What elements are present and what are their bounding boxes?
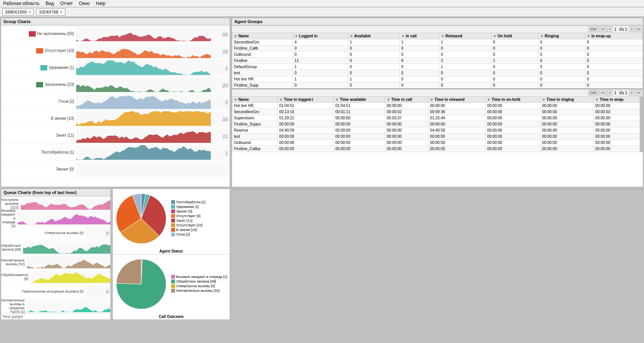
new-gadget-label: New gadget [1, 313, 110, 320]
toolbar: 1680X1050 ✕ 1024X768 ✕ [0, 7, 644, 17]
svg-marker-1 [76, 49, 211, 58]
next-button-ag2[interactable]: > [629, 90, 634, 95]
agent-group-row: Firstline_Callb0000000 [232, 45, 643, 52]
call-outcome-title: Call Outcome [113, 314, 230, 320]
agent-time-row: Reserve04:40:5900:00:0000:00:0004:40:590… [232, 127, 643, 134]
group-chart-row: Звонит [0] [1, 161, 230, 178]
queue-chart-row: Неотвеченные вызовы в пределах TQOS [1] … [1, 299, 110, 313]
call-outcome-pie [114, 257, 168, 311]
svg-marker-10 [23, 241, 111, 254]
svg-marker-8 [21, 200, 111, 209]
next-next-button-ag2[interactable]: >> [635, 90, 642, 95]
csv-button-ag1[interactable]: CSV [588, 27, 599, 32]
menu-workspace[interactable]: Рабочая область [3, 1, 40, 6]
group-chart-row: Готов [2] 2 [1, 93, 230, 110]
queue-charts-rows: Поступило вызовов [122] 122 Вызовов ожид… [1, 196, 110, 313]
agent-status-pie [114, 192, 168, 246]
queue-chart-row: Обработано звонков [98] 98 [1, 240, 110, 255]
svg-marker-11 [27, 259, 111, 268]
group-charts-header: Group Charts [1, 18, 230, 25]
csv-button-ag2[interactable]: CSV [588, 90, 599, 95]
menu-window[interactable]: Окно [79, 1, 90, 6]
next-next-button-ag1[interactable]: >> [635, 27, 642, 32]
menu-bar: Рабочая область Вид Отчет Окно Help [0, 0, 644, 7]
svg-marker-9 [18, 214, 111, 224]
resolution-tag-2: 1024X768 ✕ [36, 8, 65, 15]
queue-charts-header: Queue Charts (from top of last hour) [1, 189, 110, 196]
agent-time-row: SecondlineGro00:13:1600:01:1100:00:0200:… [232, 109, 643, 115]
agent-status-legend: Постобработка [1]Удержание [1]Звонит [0]… [171, 200, 205, 237]
exceptions-panel: Exceptions 5 Longest Calls CSV << < 1 [232, 189, 643, 189]
queue-chart-row: Переполнение исходящих вызовов [0] 0 [1, 284, 110, 299]
agent-time-row: Hot line HR01:04:5101:04:5100:00:0000:00… [232, 103, 643, 109]
queue-chart-row: Неотвеченные вызовы [32] 32 [1, 255, 110, 269]
pagination-ag1: 1 [613, 27, 618, 32]
group-chart-row: Отсутствует [10] 10 [1, 42, 230, 59]
prev-button-ag2[interactable]: < [607, 90, 612, 95]
agent-group-row: Outbound0000000 [232, 52, 643, 58]
agent-group-row: SecondlineGro4111000 [232, 39, 643, 45]
agent-group-row: Firstline_Supp0000000 [232, 82, 643, 89]
next-button-ag1[interactable]: > [629, 27, 634, 32]
menu-report[interactable]: Отчет [60, 1, 73, 6]
agent-time-row: Supervisors01:29:2100:00:0000:03:3701:25… [232, 115, 643, 121]
group-chart-row: Удержание [1] 1 [1, 59, 230, 76]
resolution-tag-1: 1680X1050 ✕ [2, 8, 34, 15]
agent-status-title: Agent Status [113, 248, 230, 254]
resolution-label-1: 1680X1050 [5, 10, 27, 14]
group-charts-panel: Group Charts Не залогиненны [55] 55 Отсу… [1, 18, 230, 187]
agent-time-row: test00:00:0000:00:0000:00:0000:00:0000:0… [232, 134, 643, 140]
svg-marker-6 [76, 131, 211, 142]
queue-charts-panel: Queue Charts (from top of last hour) Пос… [1, 189, 111, 320]
group-chart-row: Постобработка [1] 1 [1, 144, 230, 161]
agent-groups-panel: Agent Groups CSV << < 1 Из 1 > >> ▼ Name… [232, 18, 643, 187]
menu-view[interactable]: Вид [46, 1, 54, 6]
pagination-ag2: 1 [613, 91, 618, 95]
agent-groups-header: Agent Groups [232, 18, 643, 25]
agent-times-table: ▼ Name▼ Time in logged-i▼ Time available… [232, 96, 643, 152]
pie-charts-panel: Постобработка [1]Удержание [1]Звонит [0]… [112, 189, 230, 320]
agent-groups-table: ▼ Name▼ Logged in▼ Available▼ In call▼ R… [232, 33, 643, 89]
svg-marker-13 [27, 307, 111, 312]
svg-marker-7 [76, 145, 211, 160]
prev-prev-button-ag1[interactable]: << [599, 27, 607, 32]
svg-marker-0 [76, 33, 211, 41]
svg-marker-4 [76, 95, 211, 109]
agent-time-row: Firstline_Suppo00:00:0000:00:0000:00:000… [232, 121, 643, 127]
group-chart-row: В звонке [10] 10 [1, 110, 230, 127]
prev-prev-button-ag2[interactable]: << [599, 90, 607, 95]
agent-group-row: Hot line HR1100000 [232, 76, 643, 82]
group-chart-row: Занят [11] 11 [1, 127, 230, 144]
queue-chart-row: Отвергнутые вызовы [0] 0 [1, 226, 110, 240]
resolution-label-2: 1024X768 [39, 10, 58, 14]
menu-help[interactable]: Help [96, 1, 105, 6]
queue-chart-row: Вызовов ожидают в очереди [1] 1 [1, 211, 110, 226]
agent-group-row: DefaultGroup1001000 [232, 64, 643, 70]
close-icon-2[interactable]: ✕ [60, 10, 63, 14]
svg-marker-5 [76, 111, 211, 126]
group-chart-row: Не залогиненны [55] 55 [1, 25, 230, 42]
svg-marker-2 [76, 60, 211, 75]
group-charts-rows: Не залогиненны [55] 55 Отсутствует [10] … [1, 25, 230, 178]
agent-group-row: test0000000 [232, 70, 643, 76]
agent-time-row: Firstline_Callba00:00:0000:00:0000:00:00… [232, 146, 643, 152]
call-outcome-legend: Вызовое ожидают в очереди [1]Обработано … [171, 275, 227, 293]
agent-time-row: Outbound00:00:0000:00:0000:00:0000:00:00… [232, 140, 643, 146]
exceptions-header: Exceptions [232, 189, 643, 189]
queue-chart-row: Обрабатывается [6] 6 [1, 269, 110, 284]
agent-group-row: Firstline11083100 [232, 58, 643, 64]
prev-button-ag1[interactable]: < [607, 27, 612, 32]
close-icon-1[interactable]: ✕ [28, 10, 31, 14]
group-chart-row: Залогинены [23] 23 [1, 76, 230, 93]
